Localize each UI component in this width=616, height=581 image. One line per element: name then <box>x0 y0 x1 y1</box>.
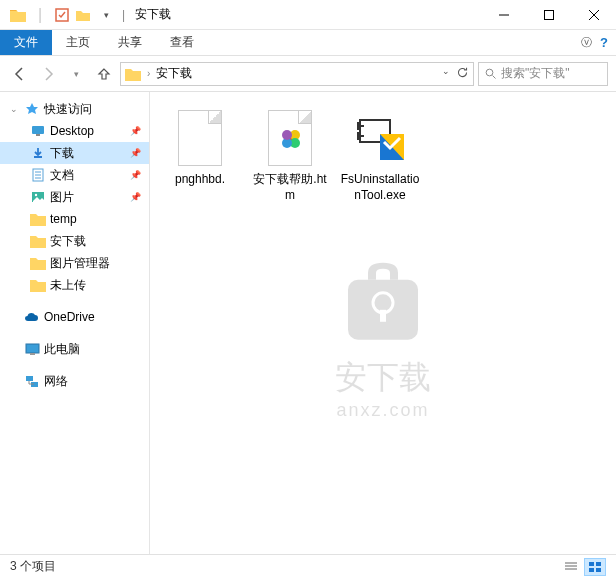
search-input[interactable]: 搜索"安下载" <box>478 62 608 86</box>
content-area: ⌄ 快速访问 Desktop 📌 下载 📌 文档 📌 图片 📌 temp <box>0 92 616 554</box>
chevron-icon[interactable]: ⌄ <box>10 104 20 114</box>
search-icon <box>485 68 497 80</box>
sidebar-item-unupload[interactable]: 未上传 <box>0 274 149 296</box>
recent-dropdown[interactable]: ▾ <box>64 62 88 86</box>
sidebar-item-downloads[interactable]: 下载 📌 <box>0 142 149 164</box>
address-dropdown-icon[interactable]: ⌄ <box>442 66 450 82</box>
properties-icon[interactable] <box>52 5 72 25</box>
sidebar-item-picmanager[interactable]: 图片管理器 <box>0 252 149 274</box>
sidebar-item-label: 文档 <box>50 167 74 184</box>
download-icon <box>30 145 46 161</box>
minimize-button[interactable] <box>481 0 526 29</box>
status-text: 3 个项目 <box>10 558 56 575</box>
htm-file-icon <box>258 106 322 170</box>
svg-point-23 <box>373 293 393 313</box>
window-controls <box>481 0 616 29</box>
this-pc[interactable]: 此电脑 <box>0 338 149 360</box>
sidebar-item-label: 安下载 <box>50 233 86 250</box>
cloud-icon <box>24 309 40 325</box>
folder-icon <box>30 255 46 271</box>
icons-view-button[interactable] <box>584 558 606 576</box>
help-icon[interactable]: ? <box>600 35 608 50</box>
svg-rect-18 <box>26 376 33 381</box>
file-name: FsUninstallationTool.exe <box>340 172 420 203</box>
address-bar[interactable]: › 安下载 ⌄ <box>120 62 474 86</box>
svg-rect-35 <box>596 562 601 566</box>
address-folder[interactable]: 安下载 <box>156 65 192 82</box>
tab-home[interactable]: 主页 <box>52 30 104 55</box>
pin-icon: 📌 <box>130 192 141 202</box>
file-tab[interactable]: 文件 <box>0 30 52 55</box>
picture-icon <box>30 189 46 205</box>
svg-point-14 <box>35 194 37 196</box>
sidebar-item-desktop[interactable]: Desktop 📌 <box>0 120 149 142</box>
title-separator: | <box>122 8 125 22</box>
onedrive-label: OneDrive <box>44 310 95 324</box>
network[interactable]: 网络 <box>0 370 149 392</box>
star-icon <box>24 101 40 117</box>
folder-icon <box>30 277 46 293</box>
sidebar-item-anxz[interactable]: 安下载 <box>0 230 149 252</box>
file-item[interactable]: FsUninstallationTool.exe <box>340 106 420 203</box>
svg-rect-2 <box>544 10 553 19</box>
thispc-label: 此电脑 <box>44 341 80 358</box>
folder-icon <box>125 67 141 81</box>
sidebar-item-label: 未上传 <box>50 277 86 294</box>
details-view-button[interactable] <box>560 558 582 576</box>
up-button[interactable] <box>92 62 116 86</box>
pin-icon: 📌 <box>130 148 141 158</box>
tab-view[interactable]: 查看 <box>156 30 208 55</box>
sidebar-item-label: 图片 <box>50 189 74 206</box>
watermark-text2: anxz.com <box>328 400 438 421</box>
ribbon-expand-icon[interactable]: ⓥ <box>581 35 592 50</box>
forward-button[interactable] <box>36 62 60 86</box>
file-list[interactable]: 安下载 anxz.com pnghhbd. 安下载帮助.htm <box>150 92 616 554</box>
svg-rect-17 <box>30 353 35 355</box>
network-icon <box>24 373 40 389</box>
exe-file-icon <box>348 106 412 170</box>
window-title: 安下载 <box>135 6 171 23</box>
sidebar-item-documents[interactable]: 文档 📌 <box>0 164 149 186</box>
svg-point-29 <box>282 130 292 140</box>
close-button[interactable] <box>571 0 616 29</box>
svg-rect-37 <box>596 568 601 572</box>
sidebar-item-temp[interactable]: temp <box>0 208 149 230</box>
sidebar-item-label: 图片管理器 <box>50 255 110 272</box>
back-button[interactable] <box>8 62 32 86</box>
navbar: ▾ › 安下载 ⌄ 搜索"安下载" <box>0 56 616 92</box>
svg-point-5 <box>486 69 493 76</box>
quick-access[interactable]: ⌄ 快速访问 <box>0 98 149 120</box>
blank-file-icon <box>168 106 232 170</box>
navigation-pane: ⌄ 快速访问 Desktop 📌 下载 📌 文档 📌 图片 📌 temp <box>0 92 150 554</box>
sidebar-item-pictures[interactable]: 图片 📌 <box>0 186 149 208</box>
titlebar: | ▾ | 安下载 <box>0 0 616 30</box>
svg-rect-36 <box>589 568 594 572</box>
desktop-icon <box>30 123 46 139</box>
file-item[interactable]: pnghhbd. <box>160 106 240 188</box>
file-item[interactable]: 安下载帮助.htm <box>250 106 330 203</box>
tab-share[interactable]: 共享 <box>104 30 156 55</box>
statusbar: 3 个项目 <box>0 554 616 578</box>
onedrive[interactable]: OneDrive <box>0 306 149 328</box>
svg-rect-7 <box>32 126 44 134</box>
sidebar-item-label: Desktop <box>50 124 94 138</box>
svg-rect-8 <box>36 134 40 136</box>
folder-icon <box>8 5 28 25</box>
qat-dropdown-icon[interactable]: ▾ <box>96 5 116 25</box>
document-icon <box>30 167 46 183</box>
pin-icon: 📌 <box>130 170 141 180</box>
folder-icon <box>30 211 46 227</box>
pc-icon <box>24 341 40 357</box>
sidebar-item-label: temp <box>50 212 77 226</box>
file-name: pnghhbd. <box>175 172 225 188</box>
search-placeholder: 搜索"安下载" <box>501 65 570 82</box>
svg-rect-22 <box>348 280 418 340</box>
chevron-right-icon[interactable]: › <box>147 68 150 79</box>
watermark: 安下载 anxz.com <box>328 258 438 421</box>
svg-line-6 <box>493 75 496 78</box>
new-folder-icon[interactable] <box>74 5 94 25</box>
maximize-button[interactable] <box>526 0 571 29</box>
refresh-icon[interactable] <box>456 66 469 82</box>
folder-icon <box>30 233 46 249</box>
sidebar-item-label: 下载 <box>50 145 74 162</box>
